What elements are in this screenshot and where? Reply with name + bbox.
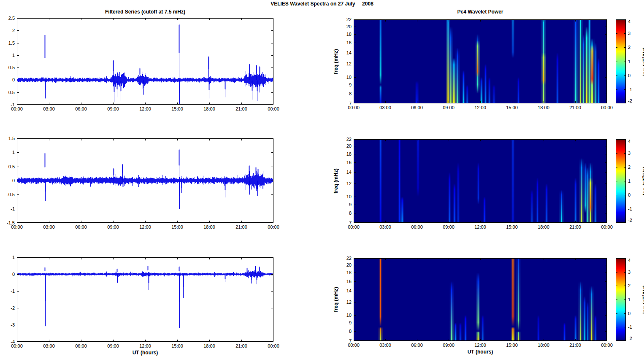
y-tick-label: 0	[0, 272, 15, 277]
y-tick-label: 0	[0, 178, 15, 183]
colorbar-z-wavelet-power: 43210-1-2log2(nT2/Hz)	[616, 258, 626, 341]
panel-y-filtered-series: 00:0003:0006:0009:0012:0015:0018:0021:00…	[17, 138, 273, 223]
left-column-title: Filtered Series (cutoff at 7.5 mHz)	[61, 9, 230, 15]
colorbar-label-part: 2	[641, 294, 644, 296]
y-tick-label: 10	[340, 313, 352, 318]
x-tick-label: 21:00	[566, 343, 584, 348]
x-tick-label: 00:00	[598, 224, 616, 229]
colorbar-x-wavelet-power: 43210-1-2log2(nT2/Hz)	[616, 19, 626, 103]
right-column-title: Pc4 Wavelet Power	[396, 9, 565, 15]
y-tick-label: 12	[340, 181, 352, 186]
y-tick-label: 20	[340, 24, 352, 29]
x-tick-label: 21:00	[232, 343, 251, 348]
plot-canvas-y-wavelet-power	[354, 139, 607, 223]
y-axis-label: freq (mHz)	[333, 287, 339, 312]
x-tick-label: 15:00	[503, 343, 521, 348]
x-tick-label: 12:00	[471, 343, 490, 348]
plot-canvas-y-filtered-series	[17, 138, 273, 223]
panel-y-wavelet-power: 00:0003:0006:0009:0012:0015:0018:0021:00…	[354, 139, 607, 223]
x-tick-label: 00:00	[264, 106, 283, 111]
colorbar-tick-label: 4	[628, 19, 637, 24]
y-tick-label: 12	[340, 300, 352, 305]
y-tick-label: 1	[0, 255, 15, 260]
y-tick-label: 16	[340, 160, 352, 165]
y-tick-label: -1	[0, 102, 15, 107]
y-tick-label: -0.5	[0, 90, 15, 95]
y-tick-label: 16	[340, 40, 352, 45]
colorbar-label-part: /Hz)	[642, 167, 644, 176]
colorbar-tick-label: 4	[628, 258, 637, 263]
x-tick-label: 06:00	[72, 224, 90, 229]
x-tick-label: 15:00	[168, 106, 187, 111]
colorbar-tick-label: 1	[628, 297, 637, 302]
y-tick-label: -4	[0, 339, 15, 344]
colorbar-label: log2(nT2/Hz)	[641, 167, 644, 195]
x-tick-label: 21:00	[232, 106, 251, 111]
y-tick-label: 18	[340, 270, 352, 275]
y-tick-label: 2.5	[0, 16, 15, 21]
x-axis-label-right: UT (hours)	[438, 349, 522, 355]
y-tick-label: 9	[340, 202, 352, 207]
x-tick-label: 15:00	[168, 343, 187, 348]
x-tick-label: 00:00	[264, 224, 283, 229]
x-tick-label: 18:00	[534, 343, 553, 348]
x-tick-label: 00:00	[598, 105, 616, 110]
y-tick-label: 1.5	[0, 40, 15, 46]
colorbar-tick-label: 2	[628, 165, 637, 170]
y-tick-label: 1.5	[0, 136, 15, 141]
y-axis-label: freq (mHz)	[333, 168, 339, 193]
plot-canvas-x-filtered-series	[17, 18, 273, 105]
y-tick-label: 2	[0, 28, 15, 33]
y-tick-label: 8	[340, 329, 352, 334]
y-tick-label: 1	[0, 150, 15, 155]
y-tick-label: 7	[340, 101, 352, 106]
y-tick-label: 7	[340, 338, 352, 343]
y-tick-label: 9	[340, 82, 352, 87]
colorbar-tick-label: 3	[628, 270, 637, 275]
x-tick-label: 06:00	[72, 106, 90, 111]
colorbar-label-part: log	[642, 306, 644, 314]
x-tick-label: 00:00	[598, 343, 616, 348]
x-tick-label: 03:00	[376, 343, 395, 348]
x-tick-label: 12:00	[136, 343, 154, 348]
y-tick-label: -3	[0, 322, 15, 327]
y-tick-label: 22	[340, 256, 352, 261]
colorbar-tick-label: 2	[628, 283, 637, 288]
colorbar-label-part: (nT	[642, 178, 644, 186]
colorbar-tick-label: 0	[628, 311, 637, 316]
colorbar-label: log2(nT2/Hz)	[641, 47, 644, 76]
colorbar-tick-label: 0	[628, 193, 637, 197]
y-tick-label: 20	[340, 262, 352, 267]
x-tick-label: 12:00	[136, 106, 154, 111]
x-tick-label: 12:00	[471, 224, 490, 229]
x-tick-label: 03:00	[376, 224, 395, 229]
y-tick-label: 14	[340, 288, 352, 293]
x-tick-label: 03:00	[376, 105, 395, 110]
y-tick-label: 18	[340, 32, 352, 37]
plot-canvas-x-wavelet-power	[354, 19, 607, 103]
figure-title: VELIES Wavelet Spectra on 27 July 2008	[0, 1, 644, 7]
x-tick-label: 15:00	[503, 105, 521, 110]
x-tick-label: 15:00	[503, 224, 521, 229]
colorbar-tick-label: 0	[628, 73, 637, 78]
colorbar-tick-label: -2	[628, 336, 637, 341]
colorbar-canvas	[616, 19, 626, 103]
x-tick-label: 12:00	[471, 105, 490, 110]
panel-z-filtered-series: 00:0003:0006:0009:0012:0015:0018:0021:00…	[17, 257, 273, 342]
x-tick-label: 12:00	[136, 224, 154, 229]
x-tick-label: 03:00	[40, 106, 58, 111]
colorbar-label: log2(nT2/Hz)	[641, 285, 644, 314]
colorbar-label-part: (nT	[642, 297, 644, 305]
wavelet-spectra-figure: VELIES Wavelet Spectra on 27 July 2008 F…	[0, 0, 644, 359]
x-tick-label: 09:00	[439, 224, 458, 229]
colorbar-canvas	[616, 139, 626, 223]
y-tick-label: 8	[340, 91, 352, 96]
y-tick-label: 9	[340, 320, 352, 325]
y-axis-label: freq (mHz)	[333, 49, 339, 74]
y-tick-label: 10	[340, 75, 352, 80]
x-tick-label: 18:00	[534, 224, 553, 229]
x-tick-label: 18:00	[534, 105, 553, 110]
panel-x-filtered-series: 00:0003:0006:0009:0012:0015:0018:0021:00…	[17, 18, 273, 105]
x-axis-label-left: UT (hours)	[103, 350, 187, 356]
y-tick-label: 12	[340, 61, 352, 66]
